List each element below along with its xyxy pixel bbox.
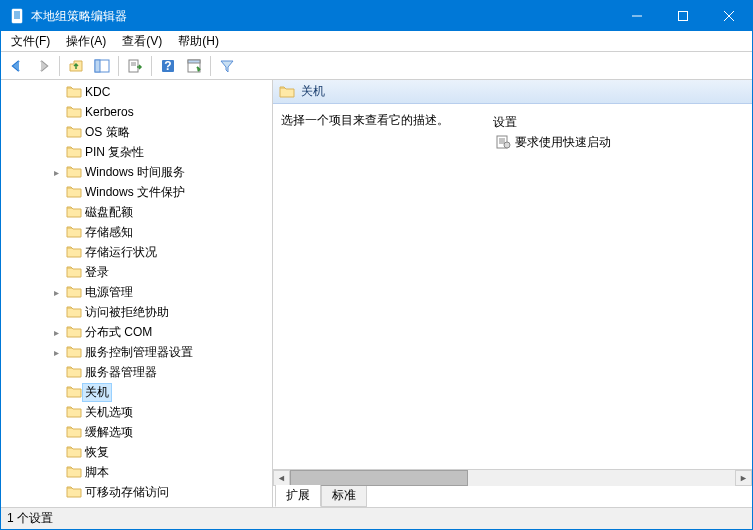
up-button[interactable] [64,54,88,78]
tree-item[interactable]: ▸Windows 时间服务 [1,162,272,182]
menu-file[interactable]: 文件(F) [3,31,58,52]
expander-icon[interactable]: ▸ [48,347,64,358]
help-button[interactable]: ? [156,54,180,78]
tree-item[interactable]: OS 策略 [1,122,272,142]
scroll-right-button[interactable]: ► [735,470,752,486]
svg-rect-10 [95,60,100,72]
toolbar-separator [118,56,119,76]
app-icon [9,8,25,24]
expander-icon[interactable]: ▸ [48,327,64,338]
folder-icon [66,244,82,260]
forward-button[interactable] [31,54,55,78]
detail-pane: 关机 选择一个项目来查看它的描述。 设置 要求使用快速启动 ◄ ► 扩展 标准 [273,80,752,507]
close-button[interactable] [706,1,752,31]
menu-help[interactable]: 帮助(H) [170,31,227,52]
tree-item-label: 缓解选项 [82,424,136,441]
back-button[interactable] [5,54,29,78]
maximize-button[interactable] [660,1,706,31]
folder-icon [66,404,82,420]
export-button[interactable] [123,54,147,78]
tree-item-label: 磁盘配额 [82,204,136,221]
filter-button[interactable] [215,54,239,78]
tree-item-label: 存储运行状况 [82,244,160,261]
show-hide-tree-button[interactable] [90,54,114,78]
tree-item[interactable]: ▸服务控制管理器设置 [1,342,272,362]
tree-item-label: 登录 [82,264,112,281]
tree-item-label: Windows 文件保护 [82,184,188,201]
svg-rect-11 [129,60,138,72]
tree-item-label: OS 策略 [82,124,133,141]
tree-item[interactable]: ▸电源管理 [1,282,272,302]
settings-column-header[interactable]: 设置 [493,112,744,133]
expander-icon[interactable]: ▸ [48,167,64,178]
window-title: 本地组策略编辑器 [31,8,614,25]
tree-item[interactable]: 访问被拒绝协助 [1,302,272,322]
tab-extended[interactable]: 扩展 [275,485,321,507]
detail-body: 选择一个项目来查看它的描述。 设置 要求使用快速启动 [273,104,752,469]
menu-view[interactable]: 查看(V) [114,31,170,52]
tree-pane: KDCKerberosOS 策略PIN 复杂性▸Windows 时间服务Wind… [1,80,273,507]
tree-item[interactable]: ▸分布式 COM [1,322,272,342]
tree-item[interactable]: Windows 文件保护 [1,182,272,202]
tree-item[interactable]: 恢复 [1,442,272,462]
tree-item[interactable]: 可移动存储访问 [1,482,272,502]
folder-icon [66,204,82,220]
folder-icon [66,344,82,360]
folder-icon [66,304,82,320]
tree-item-label: 服务控制管理器设置 [82,344,196,361]
tree-item[interactable]: 存储运行状况 [1,242,272,262]
tree-item[interactable]: PIN 复杂性 [1,142,272,162]
folder-icon [66,164,82,180]
tree-item[interactable]: 关机 [1,382,272,402]
expander-icon[interactable]: ▸ [48,287,64,298]
setting-item-label: 要求使用快速启动 [515,134,611,151]
folder-icon [66,284,82,300]
folder-icon [66,124,82,140]
tree-item[interactable]: 登录 [1,262,272,282]
tree-item[interactable]: KDC [1,82,272,102]
folder-icon [66,484,82,500]
toolbar-separator [59,56,60,76]
minimize-button[interactable] [614,1,660,31]
folder-icon [66,84,82,100]
folder-icon [66,184,82,200]
tree-item[interactable]: Kerberos [1,102,272,122]
scroll-thumb[interactable] [290,470,468,486]
detail-list: 设置 要求使用快速启动 [493,112,744,461]
folder-icon [66,144,82,160]
folder-icon [66,424,82,440]
setting-item[interactable]: 要求使用快速启动 [493,133,744,151]
tree-item-label: 存储感知 [82,224,136,241]
svg-text:?: ? [164,59,171,73]
tree-item-label: 可移动存储访问 [82,484,172,501]
titlebar: 本地组策略编辑器 [1,1,752,31]
content-area: KDCKerberosOS 策略PIN 复杂性▸Windows 时间服务Wind… [1,80,752,507]
tree-scroll[interactable]: KDCKerberosOS 策略PIN 复杂性▸Windows 时间服务Wind… [1,80,272,507]
tree-item[interactable]: 服务器管理器 [1,362,272,382]
detail-description: 选择一个项目来查看它的描述。 [281,112,481,461]
tree-item-label: 电源管理 [82,284,136,301]
tree-item-label: 恢复 [82,444,112,461]
tree-item[interactable]: 磁盘配额 [1,202,272,222]
tree-item[interactable]: 缓解选项 [1,422,272,442]
tree-item-label: 访问被拒绝协助 [82,304,172,321]
window-controls [614,1,752,31]
folder-icon [66,224,82,240]
tree-item[interactable]: 关机选项 [1,402,272,422]
scroll-left-button[interactable]: ◄ [273,470,290,486]
properties-button[interactable] [182,54,206,78]
tab-standard[interactable]: 标准 [321,485,367,507]
tree-item[interactable]: 脚本 [1,462,272,482]
toolbar: ? [1,52,752,80]
setting-icon [495,134,511,150]
detail-header: 关机 [273,80,752,104]
menu-action[interactable]: 操作(A) [58,31,114,52]
tree-item-label: 脚本 [82,464,112,481]
scroll-track[interactable] [290,470,735,486]
detail-tabs: 扩展 标准 [273,486,752,507]
tree-item[interactable]: 存储感知 [1,222,272,242]
tree-item-label: PIN 复杂性 [82,144,147,161]
horizontal-scrollbar[interactable]: ◄ ► [273,469,752,486]
tree-item-label: 关机 [82,383,112,402]
tree-item-label: 关机选项 [82,404,136,421]
